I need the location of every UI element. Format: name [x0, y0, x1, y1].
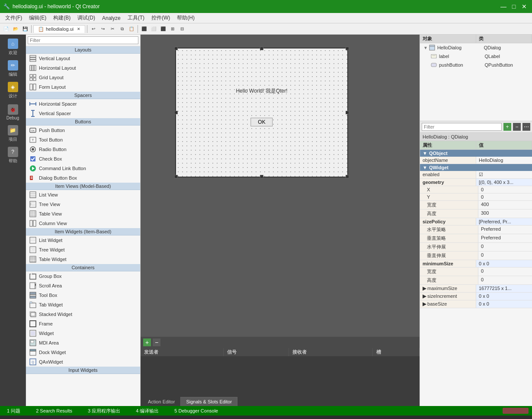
- widget-column-view[interactable]: Column View: [26, 219, 140, 228]
- tab-close-btn[interactable]: ✕: [77, 27, 80, 31]
- toolbar-align-center[interactable]: ⬜: [149, 25, 158, 33]
- props-value-hstretch[interactable]: 0: [478, 243, 532, 251]
- props-value-vpolicy[interactable]: Preferred: [478, 234, 532, 242]
- widget-group-box[interactable]: G Group Box: [26, 271, 140, 281]
- toolbar-new[interactable]: 📄: [2, 25, 10, 33]
- widget-qax-widget[interactable]: Q QAxWidget: [26, 357, 140, 367]
- widget-list-widget[interactable]: List Widget: [26, 235, 140, 245]
- widget-dock-widget[interactable]: Dock Widget: [26, 348, 140, 357]
- props-value-basesize[interactable]: 0 x 0: [476, 300, 532, 308]
- handle-tr[interactable]: [346, 47, 349, 50]
- toolbar-grid[interactable]: ⊞: [168, 25, 177, 33]
- sidebar-edit[interactable]: ✏ 编辑: [2, 58, 24, 80]
- remove-signal-btn[interactable]: −: [153, 338, 160, 346]
- sidebar-design[interactable]: ◈ 设计: [2, 80, 24, 101]
- menu-file[interactable]: 文件(F): [2, 13, 26, 23]
- tab-action-editor[interactable]: Action Editor: [142, 397, 180, 406]
- menu-edit[interactable]: 编辑(E): [26, 13, 50, 23]
- minimize-button[interactable]: —: [499, 2, 508, 11]
- props-value-minheight[interactable]: 0: [478, 276, 532, 284]
- sidebar-welcome[interactable]: ⌂ 欢迎: [2, 36, 24, 58]
- toolbar-copy[interactable]: ⧉: [118, 25, 126, 33]
- toolbar-undo[interactable]: ↩: [89, 25, 98, 33]
- status-appoutput[interactable]: 3 应用程序输出: [84, 408, 124, 414]
- close-button[interactable]: ✕: [520, 2, 529, 11]
- tree-expand-icon[interactable]: ▼: [423, 45, 428, 50]
- widget-tool-button[interactable]: T Tool Button: [26, 135, 140, 145]
- widget-form-layout[interactable]: Form Layout: [26, 82, 140, 92]
- props-remove-btn[interactable]: −: [513, 123, 521, 131]
- widget-radio-button[interactable]: Radio Button: [26, 145, 140, 154]
- status-compile[interactable]: 4 编译输出: [132, 408, 162, 414]
- props-value-maxsize[interactable]: 16777215 x 1...: [476, 285, 532, 292]
- handle-tl[interactable]: [174, 47, 178, 50]
- props-value-objectname[interactable]: HelloDialog: [476, 157, 532, 164]
- canvas-area[interactable]: Hello World! 我是Qter! OK: [141, 35, 420, 337]
- widget-horizontal-layout[interactable]: Horizontal Layout: [26, 63, 140, 73]
- sidebar-project[interactable]: 📁 项目: [2, 123, 24, 145]
- menu-build[interactable]: 构建(B): [50, 13, 74, 23]
- handle-tm[interactable]: [260, 47, 263, 50]
- widget-list-view[interactable]: List View: [26, 190, 140, 200]
- widget-filter-input[interactable]: [28, 36, 138, 44]
- props-value-x[interactable]: 0: [478, 186, 532, 193]
- widget-command-link[interactable]: Command Link Button: [26, 164, 140, 173]
- toolbar-cut[interactable]: ✂: [108, 25, 117, 33]
- toolbar-tab-file[interactable]: 📋 hellodialog.ui ✕: [33, 25, 85, 33]
- menu-debug[interactable]: 调试(D): [74, 13, 99, 23]
- props-add-btn[interactable]: +: [503, 123, 511, 131]
- status-debugger[interactable]: 5 Debugger Console: [171, 408, 221, 413]
- props-value-height[interactable]: 300: [478, 210, 532, 218]
- widget-table-view[interactable]: Table View: [26, 209, 140, 219]
- maximize-button[interactable]: □: [510, 2, 518, 11]
- props-group-qobject[interactable]: ▼ QObject: [420, 150, 532, 157]
- widget-tree-widget[interactable]: Tree Widget: [26, 245, 140, 255]
- add-signal-btn[interactable]: +: [143, 338, 151, 346]
- toolbar-redo[interactable]: ↪: [99, 25, 107, 33]
- menu-analyze[interactable]: Analyze: [99, 14, 124, 22]
- props-group-qwidget[interactable]: ▼ QWidget: [420, 164, 532, 171]
- props-value-minwidth[interactable]: 0: [478, 268, 532, 276]
- handle-bm[interactable]: [260, 175, 263, 178]
- props-value-vstretch[interactable]: 0: [478, 251, 532, 260]
- props-more-btn[interactable]: ⋯: [522, 123, 530, 131]
- handle-br[interactable]: [346, 175, 349, 178]
- toolbar-paste[interactable]: 📋: [127, 25, 136, 33]
- status-problems[interactable]: 1 问题: [3, 408, 24, 414]
- menu-widgets[interactable]: 控件(W): [148, 13, 173, 23]
- props-value-minsize[interactable]: 0 x 0: [476, 260, 532, 267]
- widget-mdi-area[interactable]: MDI Area: [26, 338, 140, 348]
- widget-tab-widget[interactable]: Tab Widget: [26, 300, 140, 309]
- menu-tools[interactable]: 工具(T): [124, 13, 148, 23]
- tab-signals-slots[interactable]: Signals & Slots Editor: [180, 397, 237, 406]
- widget-check-box[interactable]: Check Box: [26, 154, 140, 164]
- widget-tool-box[interactable]: Tool Box: [26, 290, 140, 300]
- menu-help[interactable]: 帮助(H): [173, 13, 198, 23]
- props-filter-input[interactable]: [422, 123, 502, 131]
- handle-ml[interactable]: [174, 111, 178, 114]
- canvas-ok-button[interactable]: OK: [250, 118, 272, 126]
- widget-vertical-layout[interactable]: Vertical Layout: [26, 54, 140, 63]
- toolbar-align-left[interactable]: ⬛: [140, 25, 148, 33]
- props-value-width[interactable]: 400: [478, 201, 532, 209]
- toolbar-grid2[interactable]: ⊟: [178, 25, 186, 33]
- widget-table-widget[interactable]: Table Widget: [26, 255, 140, 264]
- widget-scroll-area[interactable]: Scroll Area: [26, 281, 140, 290]
- widget-grid-layout[interactable]: Grid Layout: [26, 73, 140, 82]
- props-value-hpolicy[interactable]: Preferred: [478, 226, 532, 234]
- props-value-y[interactable]: 0: [478, 193, 532, 200]
- handle-mr[interactable]: [346, 111, 349, 114]
- tree-row-pushbutton[interactable]: pushButton QPushButton: [420, 61, 532, 69]
- status-search[interactable]: 2 Search Results: [32, 408, 76, 413]
- sidebar-help[interactable]: ? 帮助: [2, 145, 24, 166]
- tree-row-hellodialog[interactable]: ▼ HelloDialog QDialog: [420, 43, 532, 52]
- sidebar-debug[interactable]: 🐞 Debug: [2, 101, 24, 123]
- toolbar-open[interactable]: 📂: [11, 25, 20, 33]
- widget-tree-view[interactable]: Tree View: [26, 200, 140, 209]
- tree-row-label[interactable]: label QLabel: [420, 52, 532, 61]
- widget-widget[interactable]: Widget: [26, 329, 140, 338]
- props-value-geometry[interactable]: [(0, 0), 400 x 3...: [476, 179, 532, 186]
- props-value-sizepolicy[interactable]: [Preferred, Pr...: [476, 218, 532, 225]
- widget-stacked-widget[interactable]: Stacked Widget: [26, 309, 140, 319]
- widget-push-button[interactable]: OK Push Button: [26, 126, 140, 135]
